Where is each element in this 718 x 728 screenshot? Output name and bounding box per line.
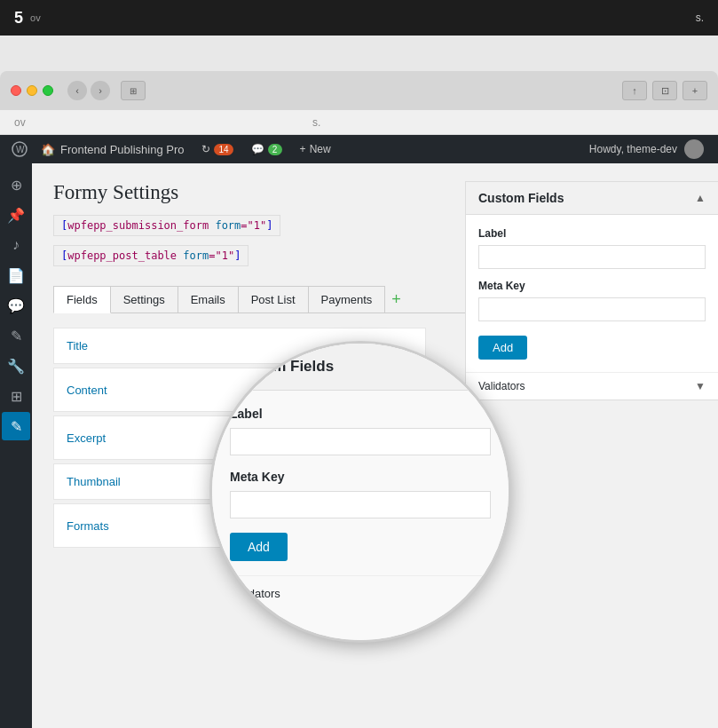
panel-collapse-button[interactable]: ▲ [695, 192, 706, 204]
shortcode-1[interactable]: [wpfepp_submission_form form="1"] [53, 215, 280, 236]
updates-badge: 14 [214, 144, 233, 155]
field-item-content[interactable]: Content ▼ [53, 368, 426, 412]
label-input[interactable] [478, 245, 706, 269]
meta-key-label: Meta Key [478, 280, 706, 292]
avatar [684, 139, 704, 159]
tab-post-list[interactable]: Post List [238, 286, 309, 313]
shortcode-2[interactable]: [wpfepp_post_table form="1"] [53, 245, 249, 266]
sidebar-icon-tools[interactable]: 🔧 [2, 352, 30, 380]
field-expand-formats[interactable]: ▼ [391, 515, 413, 536]
sidebar-icon-music[interactable]: ♪ [2, 231, 30, 259]
announce-text: ov s. [14, 116, 320, 129]
browser-chrome: ‹ › ⊞ ↑ ⊡ + [0, 71, 718, 110]
updates-item[interactable]: ↻ 14 [193, 135, 241, 163]
tab-settings[interactable]: Settings [110, 286, 178, 313]
nav-arrows: ‹ › [67, 81, 110, 100]
comments-item[interactable]: 💬 2 [242, 135, 291, 163]
sidebar-icon-pin[interactable]: 📌 [2, 201, 30, 229]
new-plus-icon: + [300, 143, 306, 155]
traffic-lights [11, 85, 53, 96]
svg-text:W: W [16, 145, 25, 154]
new-tab-button[interactable]: + [682, 81, 707, 100]
zoom-validators-row[interactable]: Validators ▼ [230, 575, 491, 600]
sidebar-icon-grid[interactable]: ⊞ [2, 382, 30, 410]
browser-toolbar-right: ↑ ⊡ + [622, 81, 707, 100]
tab-payments[interactable]: Payments [308, 286, 386, 313]
sidebar-icon-comments[interactable]: 💬 [2, 291, 30, 320]
maximize-button[interactable] [43, 85, 53, 96]
field-name-title: Title [67, 339, 88, 352]
expand-button[interactable]: ⊡ [652, 81, 677, 100]
right-panel: Custom Fields ▲ Label Meta Key Add Valid… [465, 181, 718, 400]
right-panel-header: Custom Fields ▲ [466, 182, 718, 215]
forward-button[interactable]: › [91, 81, 110, 100]
field-item-formats[interactable]: Formats ▼ [53, 503, 426, 548]
comments-badge: 2 [268, 144, 282, 155]
site-name-label: Frontend Publishing Pro [60, 143, 184, 156]
main-layout: ⊕ 📌 ♪ 📄 💬 ✎ 🔧 ⊞ ✎ ▶ Formy Settings [wpfe… [0, 163, 718, 728]
tab-emails[interactable]: Emails [178, 286, 239, 313]
home-icon: 🏠 [41, 143, 55, 156]
field-item-title[interactable]: Title [53, 328, 426, 364]
validators-label: Validators [478, 380, 525, 392]
tab-fields[interactable]: Fields [53, 286, 111, 313]
add-button[interactable]: Add [478, 336, 527, 360]
top-subtitle: ov [30, 12, 41, 23]
label-field-label: Label [478, 227, 706, 240]
zoom-validators-label: Validators [230, 587, 280, 600]
validators-row[interactable]: Validators ▼ [466, 372, 718, 400]
sidebar-icon-active[interactable]: ✎ [2, 412, 30, 440]
new-item[interactable]: + New [291, 135, 340, 163]
share-button[interactable]: ↑ [622, 81, 647, 100]
top-title: 5 [14, 9, 23, 28]
back-button[interactable]: ‹ [67, 81, 87, 100]
right-panel-body: Label Meta Key Add [466, 215, 718, 372]
add-tab-button[interactable]: + [384, 286, 408, 313]
minimize-button[interactable] [27, 85, 37, 96]
wp-logo[interactable]: W [7, 135, 32, 163]
new-label: New [310, 143, 331, 155]
close-button[interactable] [11, 85, 21, 96]
announce-bar: ov s. [0, 110, 718, 135]
field-name-thumbnail: Thumbnail [67, 475, 121, 488]
sidebar: ⊕ 📌 ♪ 📄 💬 ✎ 🔧 ⊞ ✎ ▶ [0, 163, 32, 728]
validators-expand-icon: ▼ [695, 380, 706, 392]
field-item-thumbnail[interactable]: Thumbnail [53, 463, 426, 500]
field-name-excerpt: Excerpt [67, 431, 106, 445]
top-bar: 5 ov s. [0, 0, 718, 36]
tab-icon[interactable]: ⊞ [121, 81, 146, 100]
fields-list: Title Content ▼ Excerpt ▼ Thumbnail Form… [53, 328, 426, 551]
site-name[interactable]: 🏠 Frontend Publishing Pro [32, 135, 193, 163]
content-area: Formy Settings [wpfepp_submission_form f… [32, 163, 718, 728]
top-subtitle-end: s. [696, 12, 704, 24]
howdy-text: Howdy, theme-dev [589, 143, 677, 155]
sidebar-icon-dashboard[interactable]: ⊕ [2, 170, 30, 199]
right-panel-title: Custom Fields [478, 191, 564, 205]
comments-icon: 💬 [251, 143, 264, 155]
field-item-excerpt[interactable]: Excerpt ▼ [53, 415, 426, 460]
admin-bar-right: Howdy, theme-dev [582, 139, 711, 159]
field-expand-content[interactable]: ▼ [391, 379, 413, 400]
sidebar-icon-pages[interactable]: 📄 [2, 261, 30, 289]
sidebar-icon-edit[interactable]: ✎ [2, 321, 30, 350]
zoom-validators-icon: ▼ [479, 587, 491, 600]
wp-admin-bar: W 🏠 Frontend Publishing Pro ↻ 14 💬 2 + N… [0, 135, 718, 163]
field-name-content: Content [67, 384, 107, 397]
field-expand-excerpt[interactable]: ▼ [391, 427, 413, 448]
updates-icon: ↻ [201, 143, 210, 155]
meta-key-input[interactable] [478, 297, 706, 321]
admin-bar-items: ↻ 14 💬 2 + New [193, 135, 339, 163]
field-name-formats: Formats [67, 519, 109, 533]
